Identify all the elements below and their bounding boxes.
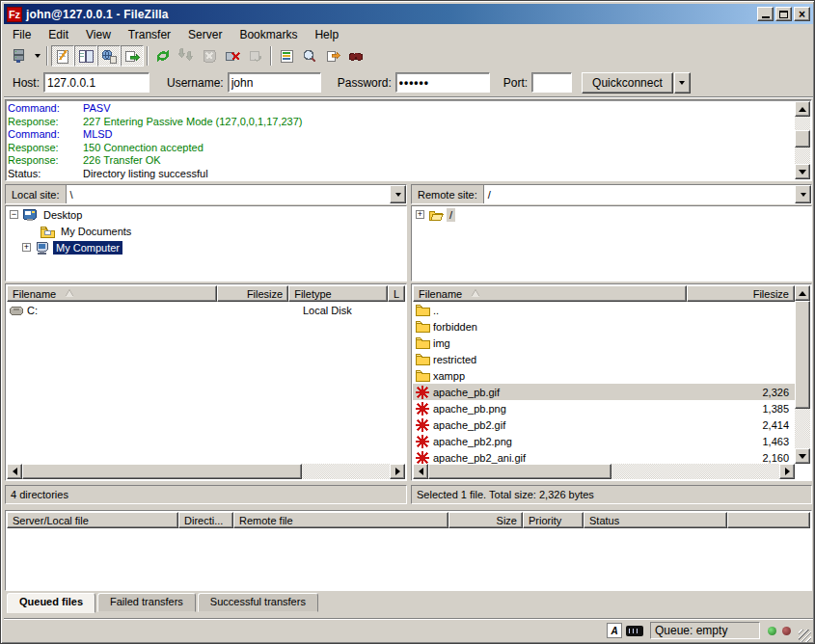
file-row[interactable]: forbidden [413,318,795,335]
remote-list-header: Filename Filesize [413,285,795,302]
quickconnect-dropdown-icon[interactable] [674,72,691,94]
file-row-c-drive[interactable]: C: Local Disk [7,302,405,318]
file-row[interactable]: apache_pb2.gif 2,414 [413,416,795,433]
quickconnect-bar: Host: Username: Password: Port: Quickcon… [4,68,813,97]
drive-icon [9,303,24,318]
file-row[interactable]: apache_pb2.png 1,463 [413,433,795,449]
file-row[interactable]: apache_pb2_ani.gif 2,160 [413,449,795,464]
toggle-local-tree-icon[interactable] [74,45,97,67]
tab-queued-files[interactable]: Queued files [7,593,95,613]
tree-item-label[interactable]: / [447,208,455,222]
column-last-modified[interactable]: L [388,285,405,302]
reconnect-icon[interactable] [244,45,267,67]
column-filename[interactable]: Filename [413,285,687,302]
tree-item-desktop[interactable]: − Desktop [6,206,406,223]
expand-icon[interactable]: + [22,243,31,252]
local-hscrollbar[interactable] [7,464,405,479]
maximize-button[interactable] [775,7,792,21]
refresh-icon[interactable] [151,45,175,67]
tree-item-my-documents[interactable]: My Documents [6,223,406,239]
quickconnect-button[interactable]: Quickconnect [582,72,673,94]
expand-icon[interactable]: + [416,210,424,219]
column-filesize[interactable]: Filesize [217,285,288,302]
cancel-operation-icon[interactable] [198,45,221,67]
column-status[interactable]: Status [584,512,727,528]
toggle-message-log-icon[interactable] [51,45,74,67]
scroll-left-icon[interactable] [7,464,22,479]
collapse-icon[interactable]: − [10,210,18,219]
scroll-left-icon[interactable] [413,464,428,479]
local-site-combo[interactable]: Local site: \ [5,184,407,204]
file-row[interactable]: xampp [413,367,795,384]
column-priority[interactable]: Priority [523,512,584,528]
column-direction[interactable]: Directi... [178,512,233,528]
scroll-right-icon[interactable] [779,464,795,479]
menu-transfer[interactable]: Transfer [120,26,179,43]
remote-site-combo[interactable]: Remote site: / [411,184,812,204]
site-manager-dropdown-icon[interactable] [31,45,43,67]
tree-item-label[interactable]: My Documents [58,225,134,238]
tree-item-my-computer[interactable]: + My Computer [6,239,406,255]
file-row[interactable]: img [413,335,795,351]
scroll-up-icon[interactable] [795,285,810,301]
menu-view[interactable]: View [77,26,120,43]
scroll-down-icon[interactable] [795,164,810,179]
scroll-thumb[interactable] [795,301,810,409]
remote-site-value[interactable]: / [484,185,795,203]
tree-item-root[interactable]: + / [412,206,811,223]
menu-bookmarks[interactable]: Bookmarks [231,26,306,43]
file-row[interactable]: .. [413,302,795,318]
column-filetype[interactable]: Filetype [288,285,388,302]
file-row-selected[interactable]: apache_pb.gif 2,326 [413,384,795,400]
tree-item-label[interactable]: My Computer [53,241,122,255]
find-files-icon[interactable] [344,45,367,67]
directory-filters-icon[interactable] [275,45,298,67]
message-log: Command:PASV Response:227 Entering Passi… [5,99,812,181]
username-input[interactable] [228,72,321,93]
close-button[interactable]: × [794,7,810,21]
tab-failed-transfers[interactable]: Failed transfers [97,593,196,612]
directory-comparison-icon[interactable] [298,45,321,67]
folder-icon [415,368,430,384]
scroll-thumb[interactable] [22,464,302,479]
minimize-button[interactable] [757,7,774,21]
menu-file[interactable]: File [4,26,40,43]
synchronized-browsing-icon[interactable] [321,45,344,67]
process-queue-icon[interactable] [175,45,198,67]
column-server-local-file[interactable]: Server/Local file [7,512,178,528]
column-remote-file[interactable]: Remote file [233,512,448,528]
disconnect-icon[interactable] [221,45,244,67]
menu-server[interactable]: Server [179,26,231,43]
remote-vscrollbar[interactable] [795,285,810,464]
menu-edit[interactable]: Edit [40,26,77,43]
password-input[interactable] [395,72,490,93]
combo-dropdown-icon[interactable] [390,185,406,203]
local-site-value[interactable]: \ [67,185,390,203]
host-input[interactable] [43,72,149,93]
scroll-down-icon[interactable] [795,448,810,464]
scroll-thumb[interactable] [428,464,611,479]
menu-help[interactable]: Help [306,26,347,43]
port-input[interactable] [531,72,572,93]
resize-grip[interactable] [799,630,811,642]
file-row[interactable]: restricted [413,351,795,367]
remote-file-list: Filename Filesize .. forbidden img restr… [411,283,812,481]
scroll-right-icon[interactable] [390,464,405,479]
file-row[interactable]: apache_pb.png 1,385 [413,400,795,416]
log-scrollbar[interactable] [795,101,810,179]
toggle-transfer-queue-icon[interactable] [121,45,144,67]
tab-successful-transfers[interactable]: Successful transfers [198,593,318,612]
toggle-remote-tree-icon[interactable] [97,45,121,67]
remote-hscrollbar[interactable] [413,464,795,479]
tree-item-label[interactable]: Desktop [41,208,85,222]
scroll-thumb[interactable] [795,130,810,148]
log-row: Command:PASV [8,102,794,116]
image-file-icon [415,385,430,400]
site-manager-icon[interactable] [8,45,31,67]
column-filename[interactable]: Filename [7,285,217,302]
column-filesize[interactable]: Filesize [687,285,795,302]
log-row: Response:227 Entering Passive Mode (127,… [8,116,794,129]
column-size[interactable]: Size [448,512,523,528]
scroll-up-icon[interactable] [795,101,810,117]
combo-dropdown-icon[interactable] [795,185,811,203]
